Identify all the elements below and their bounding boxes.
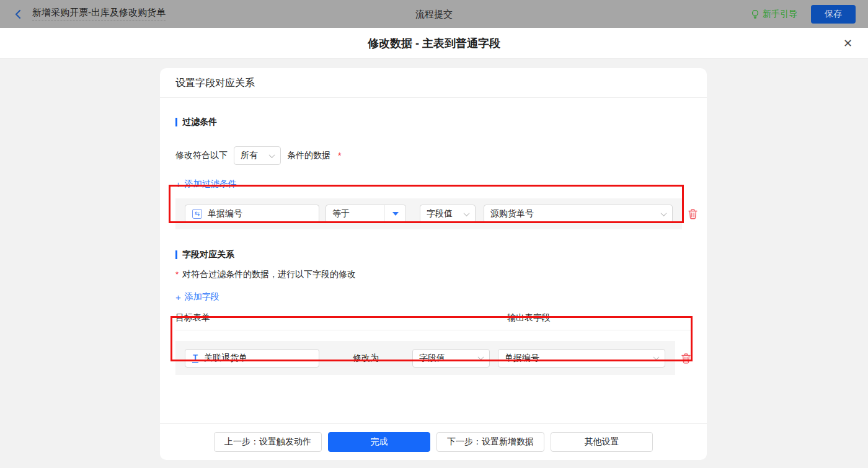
chevron-left-icon [12, 9, 24, 20]
add-filter-condition-link[interactable]: + 添加过滤条件 [175, 179, 237, 190]
filter-section-title: 过滤条件 [175, 117, 691, 128]
modal-header: 修改数据 - 主表到普通字段 ✕ [0, 28, 868, 59]
delete-condition-button[interactable] [688, 208, 698, 219]
next-step-button[interactable]: 下一步：设置新增数据 [436, 432, 544, 452]
output-field-value: 单据编号 [505, 353, 539, 364]
filter-condition-row: ⇆ 单据编号 等于 字段值 源购货单号 [175, 198, 691, 229]
add-filter-label: 添加过滤条件 [185, 179, 237, 190]
mapping-column-headers: 目标表单 输出表字段 [175, 312, 691, 330]
close-icon[interactable]: ✕ [843, 38, 852, 49]
output-field-select[interactable]: 单据编号 [498, 349, 665, 368]
modal-title: 修改数据 - 主表到普通字段 [368, 36, 500, 51]
add-field-link[interactable]: + 添加字段 [175, 291, 219, 302]
flow-title[interactable]: 新增采购开票-出库及修改购货单 [32, 7, 166, 21]
trash-icon [688, 208, 698, 219]
chevron-down-icon [653, 354, 660, 360]
plus-icon: + [175, 292, 181, 302]
operator-select[interactable]: 等于 [326, 205, 406, 223]
target-field-name: 关联退货单 [204, 353, 247, 364]
mapping-note: *对符合过滤条件的数据，进行以下字段的修改 [175, 269, 691, 280]
chevron-down-icon [269, 152, 275, 158]
required-asterisk: * [338, 151, 341, 161]
modify-to-label: 修改为 [319, 353, 412, 364]
filter-field-name: 单据编号 [208, 208, 242, 219]
card-title: 设置字段对应关系 [160, 68, 707, 98]
operator-dropdown-button[interactable] [384, 205, 405, 223]
prev-step-button[interactable]: 上一步：设置触发动作 [214, 432, 322, 452]
mapping-note-text: 对符合过滤条件的数据，进行以下字段的修改 [182, 269, 356, 279]
output-value-type-select[interactable]: 字段值 [412, 349, 490, 368]
serial-number-field-icon: ⇆ [192, 209, 202, 219]
add-field-label: 添加字段 [185, 291, 219, 302]
value-type-select[interactable]: 字段值 [420, 205, 476, 223]
trash-icon [681, 353, 691, 364]
match-mode-value: 所有 [241, 150, 258, 161]
operator-value: 等于 [326, 208, 384, 219]
compare-value-select[interactable]: 源购货单号 [484, 205, 673, 223]
guide-label: 新手引导 [763, 9, 797, 20]
modal-body: 设置字段对应关系 过滤条件 修改符合以下 所有 条件的数据 * + 添加过滤条件 [0, 59, 868, 468]
column-output-field: 输出表字段 [507, 312, 551, 324]
filter-section-label: 过滤条件 [182, 117, 217, 128]
mapping-section-label: 字段对应关系 [182, 249, 234, 260]
beginner-guide-link[interactable]: 新手引导 [751, 9, 797, 20]
chevron-down-icon [661, 210, 667, 216]
settings-card: 设置字段对应关系 过滤条件 修改符合以下 所有 条件的数据 * + 添加过滤条件 [160, 68, 707, 460]
tab-process-submit[interactable]: 流程提交 [415, 0, 453, 28]
save-button[interactable]: 保存 [811, 5, 856, 24]
field-mapping-row: T 关联退货单 修改为 字段值 单据编号 [175, 341, 691, 375]
other-settings-button[interactable]: 其他设置 [551, 432, 653, 452]
required-asterisk: * [175, 270, 179, 279]
chevron-down-icon [464, 210, 470, 216]
mapping-section-title: 字段对应关系 [175, 249, 691, 260]
back-button[interactable] [12, 9, 24, 20]
chevron-down-icon [478, 354, 484, 360]
section-bar [175, 118, 177, 126]
card-footer: 上一步：设置触发动作 完成 下一步：设置新增数据 其他设置 [160, 423, 707, 460]
match-prefix-label: 修改符合以下 [175, 150, 228, 161]
match-suffix-label: 条件的数据 [287, 150, 330, 161]
delete-mapping-button[interactable] [681, 353, 691, 364]
target-field-chip[interactable]: T 关联退货单 [185, 349, 319, 368]
section-bar [175, 250, 177, 259]
compare-value: 源购货单号 [490, 208, 534, 219]
lightbulb-icon [751, 9, 760, 19]
topbar: 新增采购开票-出库及修改购货单 流程提交 新手引导 保存 [0, 0, 868, 28]
triangle-down-icon [392, 212, 399, 216]
match-mode-select[interactable]: 所有 [234, 146, 281, 165]
plus-icon: + [175, 179, 181, 190]
output-value-type: 字段值 [419, 353, 445, 364]
column-target-form: 目标表单 [175, 312, 507, 324]
done-button[interactable]: 完成 [328, 432, 430, 452]
text-field-icon: T [192, 353, 198, 363]
filter-field-chip[interactable]: ⇆ 单据编号 [185, 205, 319, 223]
value-type-value: 字段值 [427, 208, 453, 219]
